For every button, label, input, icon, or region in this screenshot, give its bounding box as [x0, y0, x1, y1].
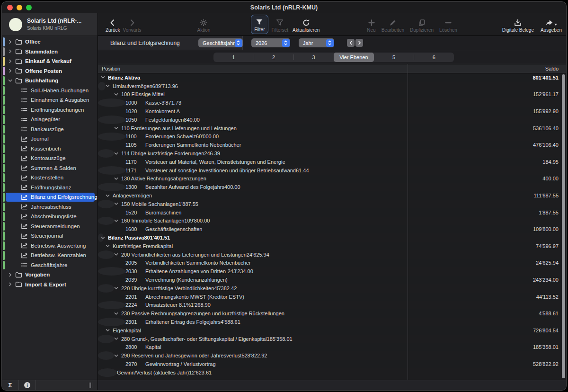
close-window-button[interactable] — [7, 5, 13, 10]
chevron-right-icon[interactable] — [8, 69, 13, 73]
forward-button[interactable]: Vorwärts — [123, 17, 142, 33]
action-button[interactable]: Aktion — [197, 17, 210, 33]
chevron-down-icon[interactable] — [114, 354, 119, 358]
table-row-1000-kasse[interactable]: 1000Kasse-3'871.73 — [98, 98, 125, 107]
export-button[interactable]: Ausgeben — [541, 17, 562, 33]
year-select[interactable]: 2026 — [251, 38, 290, 47]
table-row-2039-verrechnung-kundenanzahlungen[interactable]: 2039Verrechnung (Kundenanzahlungen)243'2… — [98, 276, 566, 284]
table-row-2224-umsatzsteuer-8-1[interactable]: 2224Umsatzsteuer 8.1%1'268.90 — [98, 301, 125, 310]
info-button[interactable]: i — [19, 380, 36, 390]
sidebar-item-einnahmen-ausgaben[interactable]: Einnahmen & Ausgaben — [2, 95, 98, 105]
next-period-button[interactable] — [355, 39, 363, 47]
sum-button[interactable]: Σ — [2, 380, 18, 390]
sidebar-item-vorgaben[interactable]: Vorgaben — [2, 270, 98, 280]
table-row-1105-forderungen-sammelkonto-nebenb-cher[interactable]: 1105Forderungen Sammelkonto Nebenbücher4… — [98, 141, 566, 149]
sidebar-item-betriebsw-auswertung[interactable]: Betriebsw. Auswertung — [2, 241, 98, 251]
sidebar-item-betriebsw-kennzahlen[interactable]: Betriebsw. Kennzahlen — [2, 250, 98, 260]
table-row-290-reserven-und-jahresgewinn-oder-jahresverlust[interactable]: 290 Reserven und Jahresgewinn oder Jahre… — [98, 351, 114, 360]
sidebar-item-journal[interactable]: Journal — [2, 134, 98, 144]
chevron-down-icon[interactable] — [114, 286, 119, 290]
chevron-right-icon[interactable] — [8, 40, 13, 44]
level-segment-5[interactable]: 5 — [374, 53, 414, 62]
sidebar-item-bankausz-ge[interactable]: Bankauszüge — [2, 125, 98, 134]
sidebar-item-kassenbuch[interactable]: Kassenbuch — [2, 144, 98, 154]
table-row-eigenkapital[interactable]: Eigenkapital726'804.54 — [98, 326, 566, 335]
sidebar-item-office[interactable]: Office — [2, 37, 98, 47]
table-row-1100-forderungen-schweiz[interactable]: 1100Forderungen Schweiz60'000.00 — [98, 133, 125, 141]
granularity-select[interactable]: Jahr — [299, 38, 334, 47]
period-type-select[interactable]: Geschäftsjahr — [198, 38, 243, 47]
sidebar-item-stammdaten[interactable]: Stammdaten — [2, 47, 98, 57]
company-header[interactable]: Solaris Ltd (nRLR-... Solaris KMU nRLG — [2, 13, 98, 36]
table-row-200-verbindlichkeiten-aus-lieferungen-und-leistungen[interactable]: 200 Verbindlichkeiten aus Lieferungen un… — [98, 250, 114, 259]
level-segment-6[interactable]: 6 — [414, 53, 454, 62]
digital-receipts-button[interactable]: Digitale Belege — [502, 17, 534, 33]
sidebar-item-er-ffnungsbuchungen[interactable]: Eröffnungsbuchungen — [2, 105, 98, 115]
table-row-umlaufverm-gen[interactable]: Umlaufvermögen689'713.96 — [98, 82, 106, 90]
table-row-2800-kapital[interactable]: 2800Kapital185'358.01 — [98, 343, 566, 352]
minimize-window-button[interactable] — [17, 5, 22, 10]
chevron-right-icon[interactable] — [8, 49, 13, 53]
delete-button[interactable]: Löschen — [439, 17, 457, 33]
sidebar-item-soll-haben-buchungen[interactable]: Soll-/Haben-Buchungen — [2, 86, 98, 96]
table-row-150-mobile-sachanlagen[interactable]: 150 Mobile Sachanlagen1'887.55 — [98, 200, 114, 208]
table-row-anlageverm-gen[interactable]: Anlagevermögen111'687.55 — [98, 191, 566, 200]
sidebar-item-jahresabschluss[interactable]: Jahresabschluss — [2, 202, 98, 212]
sidebar-item-gesch-ftsjahre[interactable]: Geschäftsjahre — [2, 260, 98, 270]
sidebar-item-import-export[interactable]: Import & Export — [2, 280, 98, 290]
filter-button[interactable]: Filter — [251, 15, 268, 34]
chevron-down-icon[interactable] — [114, 177, 119, 181]
table-row-gewinn-verlust-aktuelles-jahr[interactable]: Gewinn/Verlust (aktuelles Jahr)12'623.61 — [98, 368, 117, 377]
new-button[interactable]: Neu — [367, 17, 375, 33]
chevron-down-icon[interactable] — [106, 194, 110, 198]
table-row-114-brige-kurzfristige-forderungen[interactable]: 114 Übrige kurzfristige Forderungen246.3… — [98, 149, 114, 158]
resize-grip-icon[interactable] — [89, 383, 92, 388]
chevron-down-icon[interactable] — [106, 244, 110, 248]
table-row-1020-kontokorrent-a[interactable]: 1020Kontokorrent A155'992.90 — [98, 107, 566, 116]
edit-button[interactable]: Bearbeiten — [382, 17, 404, 33]
chevron-down-icon[interactable] — [114, 126, 119, 130]
column-header-position[interactable]: Position — [102, 66, 120, 71]
table-row-1300-bezahlter-aufwand-des-folgejahrs[interactable]: 1300Bezahlter Aufwand des Folgejahrs400.… — [98, 183, 125, 191]
level-segment-vier-ebenen[interactable]: Vier Ebenen — [334, 53, 374, 62]
chevron-down-icon[interactable] — [114, 151, 119, 156]
table-row-220-brige-kurzfristige-verbindlichkeiten[interactable]: 220 Übrige kurzfristige Verbindlichkeite… — [98, 284, 114, 293]
sidebar-item-er-ffnungsbilanz[interactable]: Eröffnungsbilanz — [2, 183, 98, 193]
table-row-1520-b-romaschinen[interactable]: 1520Büromaschinen1'887.55 — [98, 208, 566, 217]
column-header-saldo[interactable]: Saldo — [545, 66, 559, 71]
table-row-2201-abrechnungskonto-mwst-kreditor-estv[interactable]: 2201Abrechnungskonto MWST (Kreditor ESTV… — [98, 293, 566, 301]
chevron-down-icon[interactable] — [8, 79, 13, 83]
sidebar-item-kontoausz-ge[interactable]: Kontoauszüge — [2, 153, 98, 163]
sidebar-item-kostenstellen[interactable]: Kostenstellen — [2, 173, 98, 183]
table-row-1600-gesch-ftsliegenschaften[interactable]: 1600Geschäftsliegenschaften109'800.00 — [98, 225, 566, 233]
chevron-down-icon[interactable] — [114, 219, 119, 223]
level-segment-3[interactable]: 3 — [293, 53, 334, 62]
sidebar-item-steuerjournal[interactable]: Steuerjournal — [2, 231, 98, 241]
chevron-down-icon[interactable] — [101, 236, 106, 240]
back-button[interactable]: Zurück — [106, 17, 120, 33]
table-row-1050-festgeldanlagen[interactable]: 1050Festgeldanlagen840.00 — [98, 116, 125, 124]
sidebar-item-steueranmeldungen[interactable]: Steueranmeldungen — [2, 222, 98, 232]
table-row-130-aktive-rechnungsabgrenzungen[interactable]: 130 Aktive Rechnungsabgrenzungen400.00 — [98, 175, 566, 183]
refresh-button[interactable]: Aktualisieren — [293, 17, 320, 33]
chevron-down-icon[interactable] — [114, 337, 119, 341]
level-segment-2[interactable]: 2 — [254, 53, 294, 62]
table-row-bilanz-aktiva[interactable]: Bilanz Aktiva801'401.51 — [98, 73, 566, 82]
zoom-window-button[interactable] — [26, 5, 32, 10]
chevron-down-icon[interactable] — [114, 92, 119, 97]
table-header-row[interactable]: Position Saldo — [98, 64, 566, 73]
table-row-bilanz-passiva[interactable]: Bilanz Passiva801'401.51 — [98, 233, 104, 242]
table-row-110-forderungen-aus-lieferungen-und-leistungen[interactable]: 110 Forderungen aus Lieferungen und Leis… — [98, 124, 566, 133]
sidebar-item-anlageg-ter[interactable]: Anlagegüter — [2, 115, 98, 125]
sidebar-item-bilanz-und-erfolgsrechnung[interactable]: Bilanz und Erfolgsrechnung — [2, 192, 98, 202]
duplicate-button[interactable]: Duplizieren — [410, 17, 434, 33]
table-row-100-fl-ssige-mittel[interactable]: 100 Flüssige Mittel152'961.17 — [98, 90, 566, 99]
level-segment-1[interactable]: 1 — [213, 53, 254, 62]
table-row-2030-erhaltene-anzahlungen-von-dritten[interactable]: 2030Erhaltene Anzahlungen von Dritten-24… — [98, 267, 125, 276]
sidebar-item-offene-posten[interactable]: Offene Posten — [2, 66, 98, 76]
chevron-right-icon[interactable] — [8, 59, 13, 63]
vertical-scrollbar[interactable] — [562, 74, 565, 378]
table-row-230-passive-rechnungsabgrenzungen-und-kurzfristige-r-ckstellungen[interactable]: 230 Passive Rechnungsabgrenzungen und ku… — [98, 309, 566, 318]
sidebar-item-einkauf-verkauf[interactable]: Einkauf & Verkauf — [2, 56, 98, 66]
sidebar-item-abschreibungsliste[interactable]: Abschreibungsliste — [2, 212, 98, 222]
